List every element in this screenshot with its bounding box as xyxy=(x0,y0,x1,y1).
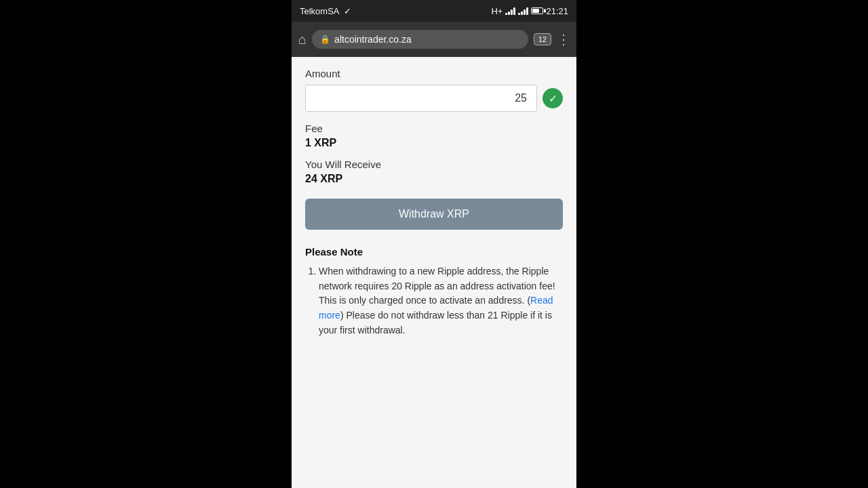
amount-label: Amount xyxy=(305,68,563,79)
you-will-receive-label: You Will Receive xyxy=(305,159,563,170)
note-text-before: When withdrawing to a new Ripple address… xyxy=(319,266,555,306)
signal2-icon xyxy=(518,7,528,15)
network-type-label: H+ xyxy=(491,6,502,16)
amount-check-icon: ✓ xyxy=(542,88,563,108)
left-black-bar xyxy=(0,0,292,488)
receive-value: 24 XRP xyxy=(305,173,563,185)
battery-icon xyxy=(531,7,543,14)
status-right: H+ 21:21 xyxy=(491,6,568,16)
fee-label: Fee xyxy=(305,123,563,134)
status-left: TelkomSA ✓ xyxy=(300,6,351,16)
notes-list: When withdrawing to a new Ripple address… xyxy=(319,264,563,338)
tab-count-button[interactable]: 12 xyxy=(534,33,551,45)
carrier-checkmark-icon: ✓ xyxy=(344,6,351,16)
lock-icon: 🔒 xyxy=(320,35,330,44)
clock-label: 21:21 xyxy=(546,6,568,16)
signal-icon xyxy=(505,7,515,15)
please-note-title: Please Note xyxy=(305,246,563,258)
amount-row: ✓ xyxy=(305,85,563,112)
browser-menu-button[interactable]: ⋮ xyxy=(557,31,570,47)
phone-screen: TelkomSA ✓ H+ 21:21 xyxy=(292,0,576,488)
browser-bar: ⌂ 🔒 altcointrader.co.za 12 ⋮ xyxy=(292,22,576,57)
url-bar[interactable]: 🔒 altcointrader.co.za xyxy=(312,30,528,49)
note-item: When withdrawing to a new Ripple address… xyxy=(319,264,563,338)
url-text: altcointrader.co.za xyxy=(334,34,412,45)
status-bar: TelkomSA ✓ H+ 21:21 xyxy=(292,0,576,22)
withdraw-button[interactable]: Withdraw XRP xyxy=(305,199,563,230)
fee-value: 1 XRP xyxy=(305,137,563,149)
home-button[interactable]: ⌂ xyxy=(298,32,307,47)
right-black-bar xyxy=(576,0,868,488)
amount-input[interactable] xyxy=(305,85,537,112)
page-content: Amount ✓ Fee 1 XRP You Will Receive 24 X… xyxy=(292,57,576,488)
note-text-after: ) Please do not withdraw less than 21 Ri… xyxy=(319,310,552,336)
carrier-label: TelkomSA xyxy=(300,6,340,16)
